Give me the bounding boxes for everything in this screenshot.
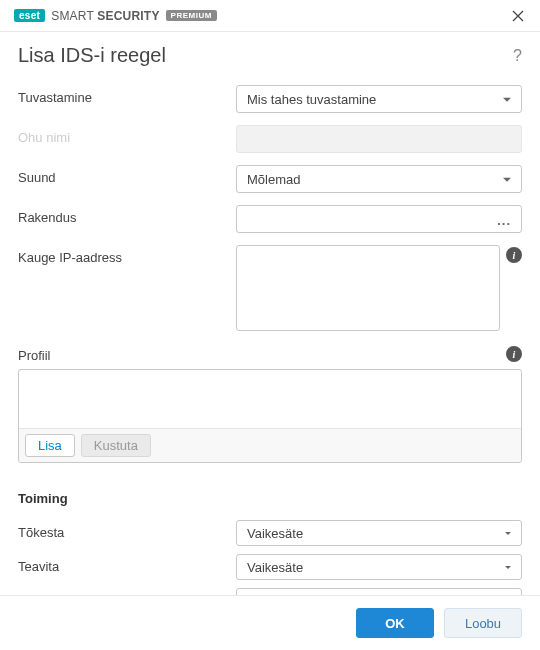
application-input[interactable]: ... <box>236 205 522 233</box>
block-label: Tõkesta <box>18 520 236 540</box>
info-icon[interactable]: i <box>506 346 522 362</box>
titlebar: eset SMART SECURITY PREMIUM <box>0 0 540 32</box>
direction-select[interactable]: Mõlemad <box>236 165 522 193</box>
close-icon <box>512 10 524 22</box>
direction-label: Suund <box>18 165 236 185</box>
brand-text-bold: SECURITY <box>97 9 159 23</box>
threat-name-label: Ohu nimi <box>18 125 236 145</box>
cancel-button[interactable]: Loobu <box>444 608 522 638</box>
threat-name-input <box>236 125 522 153</box>
detection-value: Mis tahes tuvastamine <box>247 92 376 107</box>
application-label: Rakendus <box>18 205 236 225</box>
notify-label: Teavita <box>18 554 236 574</box>
remote-ip-label: Kauge IP-aadress <box>18 245 236 265</box>
brand-badge: PREMIUM <box>166 10 217 21</box>
profile-box: Lisa Kustuta <box>18 369 522 463</box>
browse-button[interactable]: ... <box>497 213 511 228</box>
brand: eset SMART SECURITY PREMIUM <box>14 9 217 23</box>
block-select[interactable]: Vaikesäte <box>236 520 522 546</box>
direction-value: Mõlemad <box>247 172 300 187</box>
detection-label: Tuvastamine <box>18 85 236 105</box>
profile-label: Profiil <box>18 343 51 363</box>
dialog-title: Lisa IDS-i reegel <box>18 44 166 67</box>
remote-ip-input[interactable] <box>236 245 500 331</box>
detection-select[interactable]: Mis tahes tuvastamine <box>236 85 522 113</box>
profile-list[interactable] <box>19 370 521 428</box>
action-section-title: Toiming <box>18 491 522 506</box>
block-value: Vaikesäte <box>247 526 303 541</box>
close-button[interactable] <box>508 6 528 26</box>
info-icon[interactable]: i <box>506 247 522 263</box>
add-button[interactable]: Lisa <box>25 434 75 457</box>
brand-text-light: SMART <box>51 9 97 23</box>
brand-logo: eset <box>14 9 45 22</box>
brand-text: SMART SECURITY <box>51 9 159 23</box>
footer: OK Loobu <box>0 595 540 650</box>
help-button[interactable]: ? <box>513 47 522 65</box>
notify-select[interactable]: Vaikesäte <box>236 554 522 580</box>
ok-button[interactable]: OK <box>356 608 434 638</box>
notify-value: Vaikesäte <box>247 560 303 575</box>
delete-button: Kustuta <box>81 434 151 457</box>
